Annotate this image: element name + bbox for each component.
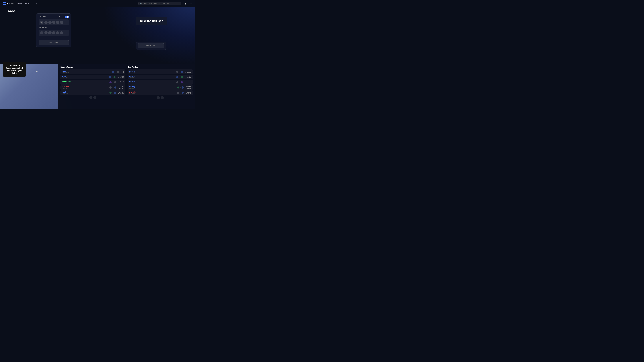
advanced-options-toggle[interactable] [64, 16, 69, 18]
trade-arrow: → [112, 87, 114, 88]
trade-amount: ~A 19.76M [118, 91, 124, 93]
receive-circle-3 [52, 31, 56, 34]
trade-assets: → [109, 76, 116, 78]
you-receive-assets-row: + [38, 30, 69, 36]
trade-assets: → [176, 81, 183, 83]
trade-asset-circles [44, 21, 63, 24]
asset-icon [182, 92, 184, 94]
asset-icon [181, 81, 183, 83]
next-page-button[interactable]: › [94, 96, 96, 99]
add-receive-asset-button[interactable]: + [40, 31, 43, 34]
trade-amount-right: ~A 11 [121, 72, 124, 73]
trade-time: 6 days ago [129, 77, 140, 78]
asset-icon [117, 71, 119, 73]
table-row[interactable]: Listing 9 days ago → ~A 19.76M ~A 14.82M [128, 85, 193, 90]
trade-amount: ~A 14.82M [186, 91, 191, 93]
asset-icon [110, 92, 112, 94]
trade-type: Listing [129, 81, 140, 82]
trade-amount: ~A 14.82M [118, 93, 124, 94]
nav-links: Home Trade Explore [17, 2, 38, 4]
asset-icon [109, 76, 111, 78]
nav-home[interactable]: Home [17, 2, 22, 4]
advanced-options: Advanced Options [52, 16, 69, 18]
trade-amount: ~A 2 [185, 81, 191, 82]
page-title: Trade [6, 9, 15, 13]
trade-time: 9 days ago [129, 87, 140, 89]
asset-icon [181, 71, 183, 73]
trade-type: Canceled [129, 91, 140, 93]
trade-type: Listing [129, 86, 140, 87]
table-row[interactable]: Listing 33 minutes ago → ~A 2 ~A 11 [60, 69, 125, 74]
add-trade-asset-button[interactable]: + [40, 21, 43, 24]
type-dot [129, 81, 130, 82]
trade-amount: ~A 256.84M [118, 77, 124, 78]
trade-amount: ~A 255.23M [185, 72, 191, 73]
nav-trade[interactable]: Trade [24, 2, 29, 4]
logo[interactable]: crashr [3, 1, 14, 5]
trade-time: 9 days ago [62, 93, 72, 94]
trade-type: Listing [62, 76, 72, 77]
asset-icon [110, 81, 112, 83]
advanced-options-label: Advanced Options [52, 16, 64, 18]
table-row[interactable]: Listing 9 days ago → ~A 2 ~A 111.12M [128, 80, 193, 85]
trade-amount: ~A 2 [118, 76, 124, 77]
select-assets-button[interactable]: Select Assets [38, 40, 69, 45]
asset-icon [114, 92, 116, 94]
trade-arrow: → [180, 87, 181, 88]
trades-grid: Recent Trades Listing 33 minutes ago → ~… [60, 66, 193, 99]
type-dot [129, 86, 130, 87]
trade-amount: ~A 19.76M [186, 86, 191, 87]
type-dot [129, 76, 130, 77]
trade-assets: → [176, 76, 183, 78]
asset-circle-2 [48, 21, 52, 24]
trade-time: 9 days ago [62, 82, 72, 84]
trade-assets: → [110, 92, 116, 94]
prev-page-button[interactable]: ‹ [89, 96, 92, 99]
trade-type: Listing [62, 91, 72, 93]
trade-amount-left: ~A 2 [121, 70, 124, 72]
asset-circle-4 [56, 21, 59, 24]
table-row[interactable]: Accept Offer 9 days ago → ~A 9.68M ~A 14… [60, 80, 125, 85]
top-trades-pagination: ‹ › [128, 96, 193, 99]
trade-time: 9 days ago [62, 87, 72, 89]
trade-amount: ~A 2 [185, 76, 191, 77]
trade-type: Canceled [62, 86, 72, 87]
trade-amount: ~A 14.82M [186, 87, 191, 89]
asset-icon [112, 71, 114, 73]
trade-type: Listing [129, 76, 140, 77]
trade-arrow: → [115, 71, 116, 72]
asset-circle-5 [60, 21, 63, 24]
trade-arrow: → [179, 71, 180, 72]
top-trades-column: Top Trades Listing 14 days ago → ~A 1 [128, 66, 193, 99]
table-row[interactable]: Listing 14 days ago → ~A 1 ~A 255.23M [128, 69, 193, 74]
top-trades-title: Top Trades [128, 66, 193, 68]
receive-asset-circles [44, 31, 63, 34]
table-row[interactable]: Canceled 9 days ago → ~A 14.82M ~A 29.76… [128, 90, 193, 95]
trade-amount: ~A 29.76M [186, 93, 191, 94]
bell-icon-button[interactable] [184, 1, 187, 5]
table-row[interactable]: Listing 6 days ago → ~A 2 ~A 256.84M [60, 75, 125, 79]
you-trade-assets-row: + [38, 19, 69, 25]
search-icon: 🔍 [140, 2, 142, 4]
type-dot [62, 76, 62, 77]
table-row[interactable]: Listing 6 days ago → ~A 2 ~A 256.84M [128, 75, 193, 79]
asset-icon [114, 86, 116, 89]
trade-assets: → [177, 86, 184, 89]
nav-explore[interactable]: Explore [32, 2, 38, 4]
table-row[interactable]: Listing 9 days ago → ~A 19.76M ~A 14.82M [60, 90, 125, 95]
select-assets-button-right[interactable]: Select Assets [138, 43, 164, 48]
trade-arrow: → [179, 76, 180, 78]
mic-icon-button[interactable] [189, 1, 193, 5]
asset-icon [176, 81, 178, 83]
trade-panel-right: Select Assets [136, 41, 166, 50]
table-row[interactable]: Canceled 9 days ago → ~A 14.82M ~A 19.76… [60, 85, 125, 90]
type-dot [129, 92, 130, 92]
asset-icon [176, 76, 178, 78]
receive-circle-1 [44, 31, 48, 34]
type-dot [62, 86, 62, 87]
recent-trades-pagination: ‹ › [60, 96, 125, 99]
recent-trades-column: Recent Trades Listing 33 minutes ago → ~… [60, 66, 125, 99]
scroll-tooltip: Scroll Down the Trade page, to find and … [3, 62, 26, 76]
prev-page-button-top[interactable]: ‹ [157, 96, 160, 99]
next-page-button-top[interactable]: › [161, 96, 164, 99]
